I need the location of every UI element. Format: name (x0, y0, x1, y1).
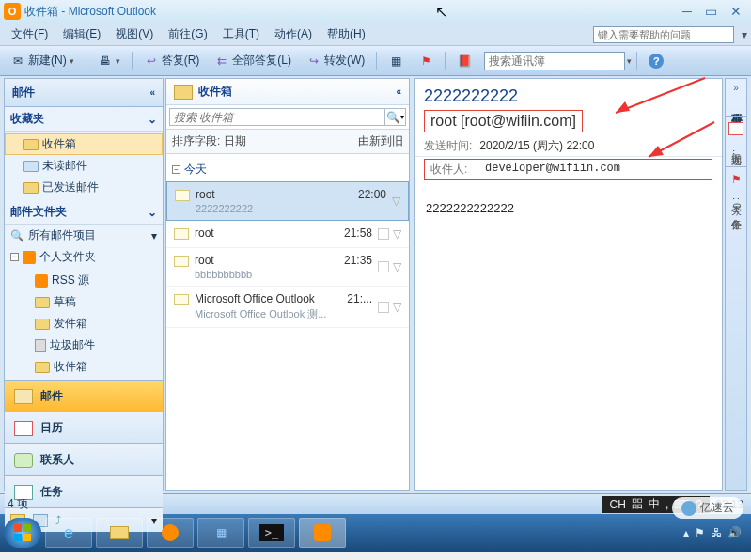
taskbar-ie[interactable]: e (45, 518, 92, 548)
folder-junk[interactable]: 垃圾邮件 (16, 334, 163, 356)
help-search-input[interactable] (593, 26, 734, 43)
taskbar-explorer[interactable] (96, 518, 143, 548)
reply-all-button[interactable]: ⇇全部答复(L) (208, 49, 298, 72)
navbtn-contacts[interactable]: 联系人 (5, 443, 163, 475)
print-icon: 🖶 (98, 54, 113, 69)
menu-tools[interactable]: 工具(T) (215, 24, 267, 44)
message-item[interactable]: root22:00 2222222222 ▽ (166, 181, 409, 221)
fav-inbox[interactable]: 收件箱 (5, 133, 163, 155)
folder-icon (110, 526, 129, 539)
ime-punct-icon: , (665, 498, 668, 511)
sent-label: 发送时间: (424, 138, 472, 154)
task-input-icon[interactable]: ⚑ (731, 173, 742, 186)
address-dropdown-icon[interactable]: ▾ (627, 56, 632, 66)
mail-folders-header[interactable]: 邮件文件夹⌄ (5, 200, 163, 225)
fav-unread[interactable]: 未读邮件 (5, 155, 163, 177)
flag-icon[interactable]: ▽ (393, 227, 401, 241)
calendar-icon[interactable] (728, 122, 743, 135)
tray-up-icon[interactable]: ▴ (683, 526, 689, 539)
svg-rect-4 (14, 524, 22, 532)
print-button[interactable]: 🖶▾ (91, 50, 127, 72)
help-icon: ? (649, 54, 664, 69)
message-item[interactable]: root21:58 ▽ (166, 221, 409, 248)
addressbook-button[interactable]: 📕 (450, 50, 478, 72)
collapse-icon[interactable]: − (10, 253, 19, 261)
search-button[interactable]: 🔍▾ (385, 108, 406, 126)
navbtn-tasks[interactable]: 任务 (5, 475, 163, 507)
list-search-input[interactable] (169, 108, 385, 126)
address-search-input[interactable] (484, 52, 625, 70)
expand-todo-icon[interactable]: » (733, 83, 739, 93)
folder-drafts[interactable]: 草稿 (16, 291, 163, 313)
contacts-icon (14, 453, 33, 468)
help-button[interactable]: ? (642, 50, 670, 72)
menu-view[interactable]: 视图(V) (108, 24, 161, 44)
message-item[interactable]: Microsoft Office Outlook21:... Microsoft… (166, 287, 409, 328)
taskbar-outlook[interactable] (299, 518, 346, 548)
book-icon: 📕 (457, 54, 472, 69)
menu-actions[interactable]: 动作(A) (267, 24, 320, 44)
taskbar-app1[interactable]: ▦ (197, 518, 244, 548)
new-button[interactable]: ✉ 新建(N) ▾ (4, 49, 81, 72)
categories-icon: ▦ (388, 54, 403, 69)
to-label: 收件人: (430, 162, 477, 178)
navbtn-mail[interactable]: 邮件 (5, 380, 163, 412)
flag-icon[interactable]: ▽ (392, 194, 400, 208)
flag-icon: ⚑ (418, 54, 433, 69)
menu-goto[interactable]: 前往(G) (161, 24, 214, 44)
collapse-nav-icon[interactable]: « (149, 87, 155, 98)
all-mail-items[interactable]: 🔍所有邮件项目▾ (5, 225, 163, 246)
reply-all-icon: ⇇ (214, 54, 229, 69)
svg-rect-5 (23, 524, 31, 532)
ime-mode-icon: 中 (649, 496, 660, 512)
outlook-data-icon (23, 251, 36, 264)
categories-button[interactable]: ▦ (382, 50, 410, 72)
item-count: 4 项 (8, 496, 28, 512)
collapse-group-icon[interactable]: − (172, 165, 180, 174)
sort-field-header[interactable]: 排序字段: 日期 (166, 130, 288, 153)
message-body: 2222222222222 (415, 186, 722, 490)
category-icon[interactable] (378, 302, 389, 313)
search-folder-icon: 🔍 (10, 229, 24, 242)
menu-file[interactable]: 文件(F) (4, 24, 55, 44)
minimize-button[interactable]: ─ (682, 4, 692, 19)
fav-sent[interactable]: 已发送邮件 (5, 177, 163, 198)
menu-edit[interactable]: 编辑(E) (55, 24, 108, 44)
new-mail-icon: ✉ (10, 54, 25, 69)
folder-outbox[interactable]: 发件箱 (16, 313, 163, 334)
list-expand-icon[interactable]: « (396, 86, 401, 97)
todo-appointments: 无近期... (729, 141, 743, 161)
navbtn-calendar[interactable]: 日历 (5, 412, 163, 443)
watermark: 亿速云 (672, 497, 743, 519)
followup-button[interactable]: ⚑ (412, 50, 440, 72)
flag-icon[interactable]: ▽ (393, 301, 401, 314)
message-subject: 2222222222 (415, 79, 722, 110)
close-button[interactable]: ✕ (730, 4, 742, 19)
window-title: 收件箱 - Microsoft Outlook (24, 4, 682, 20)
taskbar-cmd[interactable]: >_ (248, 518, 295, 548)
reply-button[interactable]: ↩答复(R) (137, 49, 207, 72)
forward-button[interactable]: ↪转发(W) (300, 49, 371, 72)
menu-help[interactable]: 帮助(H) (320, 24, 373, 44)
tray-network-icon[interactable]: 🖧 (711, 526, 722, 539)
taskbar-mediaplayer[interactable] (147, 518, 194, 548)
favorites-header[interactable]: 收藏夹⌄ (5, 107, 163, 132)
tray-volume-icon[interactable]: 🔊 (728, 526, 742, 539)
folder-inbox[interactable]: 收件箱 (16, 356, 163, 378)
personal-folders[interactable]: −个人文件夹 (5, 246, 163, 268)
flag-icon[interactable]: ▽ (393, 260, 401, 273)
svg-rect-7 (23, 534, 31, 541)
help-dropdown-icon[interactable]: ▾ (738, 28, 751, 41)
tray-flag-icon[interactable]: ⚑ (695, 526, 705, 539)
start-button[interactable] (4, 518, 41, 548)
category-icon[interactable] (378, 261, 389, 272)
maximize-button[interactable]: ▭ (705, 4, 717, 19)
category-icon[interactable] (378, 228, 389, 240)
envelope-icon (174, 294, 189, 305)
date-group-today[interactable]: −今天 (166, 154, 409, 181)
message-item[interactable]: root21:35 bbbbbbbbbb ▽ (166, 248, 409, 287)
mail-icon (14, 389, 33, 404)
folder-rss[interactable]: RSS 源 (16, 270, 163, 291)
sort-order-header[interactable]: 由新到旧 (288, 130, 409, 153)
search-icon: 🔍 (386, 111, 400, 124)
